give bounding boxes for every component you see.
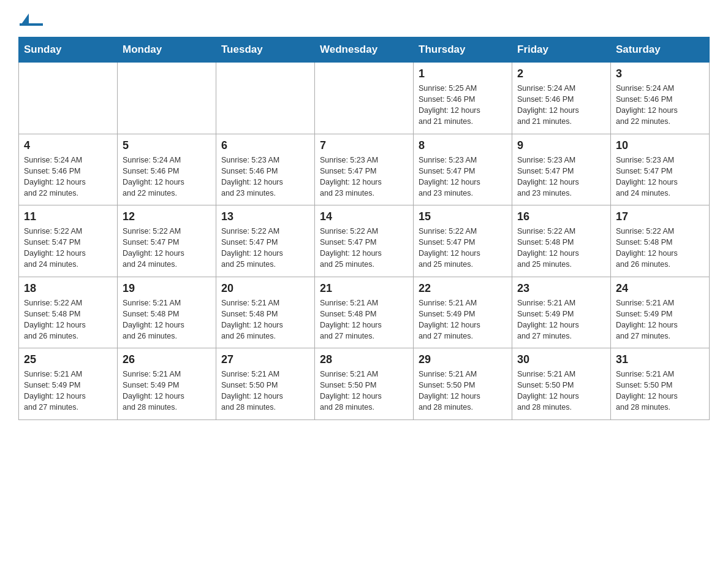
day-number: 31 [616,353,704,366]
calendar-cell: 20Sunrise: 5:21 AMSunset: 5:48 PMDayligh… [216,277,315,348]
calendar-cell: 24Sunrise: 5:21 AMSunset: 5:49 PMDayligh… [611,277,710,348]
calendar-cell: 10Sunrise: 5:23 AMSunset: 5:47 PMDayligh… [611,134,710,205]
calendar-cell: 31Sunrise: 5:21 AMSunset: 5:50 PMDayligh… [611,348,710,420]
day-number: 15 [419,210,507,223]
day-info: Sunrise: 5:21 AMSunset: 5:49 PMDaylight:… [419,297,507,342]
calendar-cell: 17Sunrise: 5:22 AMSunset: 5:48 PMDayligh… [611,205,710,277]
day-info: Sunrise: 5:25 AMSunset: 5:46 PMDaylight:… [419,83,507,128]
day-number: 20 [221,282,309,295]
calendar-cell: 25Sunrise: 5:21 AMSunset: 5:49 PMDayligh… [19,348,118,420]
day-info: Sunrise: 5:22 AMSunset: 5:47 PMDaylight:… [221,226,309,270]
calendar-cell: 30Sunrise: 5:21 AMSunset: 5:50 PMDayligh… [512,348,611,420]
calendar-body: 1Sunrise: 5:25 AMSunset: 5:46 PMDaylight… [19,63,710,420]
day-number: 23 [517,282,605,295]
calendar-cell: 22Sunrise: 5:21 AMSunset: 5:49 PMDayligh… [414,277,512,348]
calendar-cell: 26Sunrise: 5:21 AMSunset: 5:49 PMDayligh… [118,348,216,420]
day-number: 27 [221,353,309,366]
day-number: 19 [123,282,211,295]
day-info: Sunrise: 5:22 AMSunset: 5:48 PMDaylight:… [24,297,112,342]
calendar-cell: 11Sunrise: 5:22 AMSunset: 5:47 PMDayligh… [19,205,118,277]
day-info: Sunrise: 5:21 AMSunset: 5:48 PMDaylight:… [123,297,211,342]
calendar-cell: 13Sunrise: 5:22 AMSunset: 5:47 PMDayligh… [216,205,315,277]
day-info: Sunrise: 5:21 AMSunset: 5:48 PMDaylight:… [221,297,309,342]
day-info: Sunrise: 5:24 AMSunset: 5:46 PMDaylight:… [616,83,704,128]
day-number: 12 [123,210,211,223]
day-info: Sunrise: 5:24 AMSunset: 5:46 PMDaylight:… [123,155,211,199]
day-number: 25 [24,353,112,366]
day-info: Sunrise: 5:22 AMSunset: 5:48 PMDaylight:… [616,226,704,270]
header-day-saturday: Saturday [611,37,710,63]
day-number: 2 [517,67,605,80]
calendar-cell: 21Sunrise: 5:21 AMSunset: 5:48 PMDayligh… [315,277,414,348]
day-info: Sunrise: 5:21 AMSunset: 5:50 PMDaylight:… [616,369,704,413]
calendar-cell: 8Sunrise: 5:23 AMSunset: 5:47 PMDaylight… [414,134,512,205]
day-number: 21 [320,282,408,295]
day-info: Sunrise: 5:22 AMSunset: 5:47 PMDaylight:… [320,226,408,270]
day-number: 7 [320,139,408,152]
calendar-cell: 7Sunrise: 5:23 AMSunset: 5:47 PMDaylight… [315,134,414,205]
day-info: Sunrise: 5:21 AMSunset: 5:49 PMDaylight:… [517,297,605,342]
day-number: 6 [221,139,309,152]
header-day-friday: Friday [512,37,611,63]
calendar-cell: 12Sunrise: 5:22 AMSunset: 5:47 PMDayligh… [118,205,216,277]
calendar-cell: 27Sunrise: 5:21 AMSunset: 5:50 PMDayligh… [216,348,315,420]
day-info: Sunrise: 5:23 AMSunset: 5:47 PMDaylight:… [320,155,408,199]
day-number: 29 [419,353,507,366]
day-number: 3 [616,67,704,80]
header-row: SundayMondayTuesdayWednesdayThursdayFrid… [19,37,710,63]
header-day-monday: Monday [118,37,216,63]
day-number: 4 [24,139,112,152]
calendar-cell [118,63,216,134]
day-number: 18 [24,282,112,295]
week-row-4: 18Sunrise: 5:22 AMSunset: 5:48 PMDayligh… [19,277,710,348]
day-info: Sunrise: 5:21 AMSunset: 5:49 PMDaylight:… [123,369,211,413]
day-info: Sunrise: 5:21 AMSunset: 5:50 PMDaylight:… [320,369,408,413]
day-number: 13 [221,210,309,223]
calendar-cell: 5Sunrise: 5:24 AMSunset: 5:46 PMDaylight… [118,134,216,205]
day-info: Sunrise: 5:21 AMSunset: 5:48 PMDaylight:… [320,297,408,342]
calendar-cell: 3Sunrise: 5:24 AMSunset: 5:46 PMDaylight… [611,63,710,134]
calendar-cell: 19Sunrise: 5:21 AMSunset: 5:48 PMDayligh… [118,277,216,348]
logo [18,12,47,26]
header-day-sunday: Sunday [19,37,118,63]
calendar-cell: 9Sunrise: 5:23 AMSunset: 5:47 PMDaylight… [512,134,611,205]
calendar-cell: 28Sunrise: 5:21 AMSunset: 5:50 PMDayligh… [315,348,414,420]
calendar-cell: 15Sunrise: 5:22 AMSunset: 5:47 PMDayligh… [414,205,512,277]
day-info: Sunrise: 5:22 AMSunset: 5:47 PMDaylight:… [123,226,211,270]
calendar-cell: 29Sunrise: 5:21 AMSunset: 5:50 PMDayligh… [414,348,512,420]
calendar-cell: 16Sunrise: 5:22 AMSunset: 5:48 PMDayligh… [512,205,611,277]
calendar-cell [19,63,118,134]
calendar-cell: 23Sunrise: 5:21 AMSunset: 5:49 PMDayligh… [512,277,611,348]
header [18,12,710,26]
day-number: 10 [616,139,704,152]
calendar-cell: 6Sunrise: 5:23 AMSunset: 5:46 PMDaylight… [216,134,315,205]
calendar-cell [315,63,414,134]
day-info: Sunrise: 5:21 AMSunset: 5:49 PMDaylight:… [616,297,704,342]
day-number: 16 [517,210,605,223]
header-day-wednesday: Wednesday [315,37,414,63]
day-info: Sunrise: 5:24 AMSunset: 5:46 PMDaylight:… [24,155,112,199]
day-number: 30 [517,353,605,366]
calendar-cell: 1Sunrise: 5:25 AMSunset: 5:46 PMDaylight… [414,63,512,134]
header-day-tuesday: Tuesday [216,37,315,63]
day-info: Sunrise: 5:22 AMSunset: 5:48 PMDaylight:… [517,226,605,270]
day-number: 11 [24,210,112,223]
week-row-3: 11Sunrise: 5:22 AMSunset: 5:47 PMDayligh… [19,205,710,277]
day-number: 26 [123,353,211,366]
day-info: Sunrise: 5:23 AMSunset: 5:46 PMDaylight:… [221,155,309,199]
day-info: Sunrise: 5:21 AMSunset: 5:49 PMDaylight:… [24,369,112,413]
header-day-thursday: Thursday [414,37,512,63]
calendar-cell: 18Sunrise: 5:22 AMSunset: 5:48 PMDayligh… [19,277,118,348]
calendar-cell [216,63,315,134]
day-info: Sunrise: 5:23 AMSunset: 5:47 PMDaylight:… [419,155,507,199]
day-info: Sunrise: 5:23 AMSunset: 5:47 PMDaylight:… [517,155,605,199]
day-info: Sunrise: 5:23 AMSunset: 5:47 PMDaylight:… [616,155,704,199]
day-info: Sunrise: 5:21 AMSunset: 5:50 PMDaylight:… [517,369,605,413]
calendar-header: SundayMondayTuesdayWednesdayThursdayFrid… [19,37,710,63]
day-number: 24 [616,282,704,295]
calendar-cell: 4Sunrise: 5:24 AMSunset: 5:46 PMDaylight… [19,134,118,205]
day-number: 8 [419,139,507,152]
day-info: Sunrise: 5:22 AMSunset: 5:47 PMDaylight:… [24,226,112,270]
day-number: 9 [517,139,605,152]
week-row-5: 25Sunrise: 5:21 AMSunset: 5:49 PMDayligh… [19,348,710,420]
